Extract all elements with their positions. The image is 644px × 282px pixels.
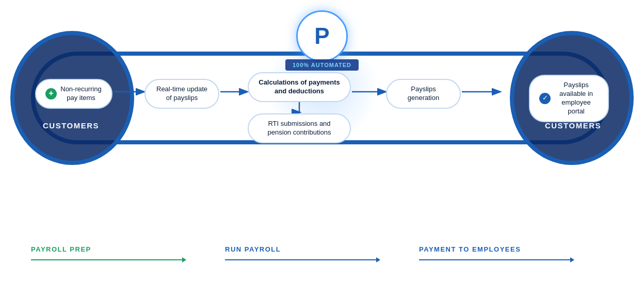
phase-arrowhead-blue-2	[570, 257, 574, 262]
phase-arrowhead-green	[182, 257, 186, 262]
pill-payslips-gen: Payslips generation	[386, 79, 461, 109]
plus-icon: +	[45, 88, 57, 99]
phase-line-blue-1	[225, 259, 376, 260]
phase-payment-label: PAYMENT TO EMPLOYEES	[419, 245, 613, 253]
diagram-container: CUSTOMERS CUSTOMERS P 100% AUTOMATED	[0, 0, 644, 222]
automated-badge: 100% AUTOMATED	[285, 59, 359, 71]
phase-arrowhead-blue-1	[376, 257, 380, 262]
check-icon: ✓	[539, 93, 551, 104]
pill-non-recurring: + Non-recurring pay items	[35, 79, 112, 109]
customers-label-left: CUSTOMERS	[43, 121, 99, 130]
phase-run-payroll: RUN PAYROLL	[225, 245, 419, 262]
phase-payroll-prep-label: PAYROLL PREP	[31, 245, 225, 253]
pill-realtime: Real-time update of payslips	[144, 79, 219, 109]
phase-payment: PAYMENT TO EMPLOYEES	[419, 245, 613, 262]
customers-label-right: CUSTOMERS	[545, 121, 601, 130]
phase-payroll-prep: PAYROLL PREP	[31, 245, 225, 262]
phase-run-payroll-arrow	[225, 257, 380, 262]
phase-line-blue-2	[419, 259, 570, 260]
pill-rti: RTI submissions and pension contribution…	[248, 113, 351, 143]
logo-symbol: P	[314, 23, 329, 49]
phase-payment-arrow	[419, 257, 574, 262]
phase-line-green	[31, 259, 182, 260]
bottom-phases: PAYROLL PREP RUN PAYROLL PAYMENT TO EMPL…	[0, 225, 644, 282]
pill-calculations: Calculations of payments and deductions	[248, 72, 351, 102]
logo-circle: P	[296, 10, 348, 62]
phase-run-payroll-label: RUN PAYROLL	[225, 245, 419, 253]
phase-payroll-prep-arrow	[31, 257, 186, 262]
pill-payslips-portal: ✓ Payslips available in employee portal	[529, 75, 609, 122]
